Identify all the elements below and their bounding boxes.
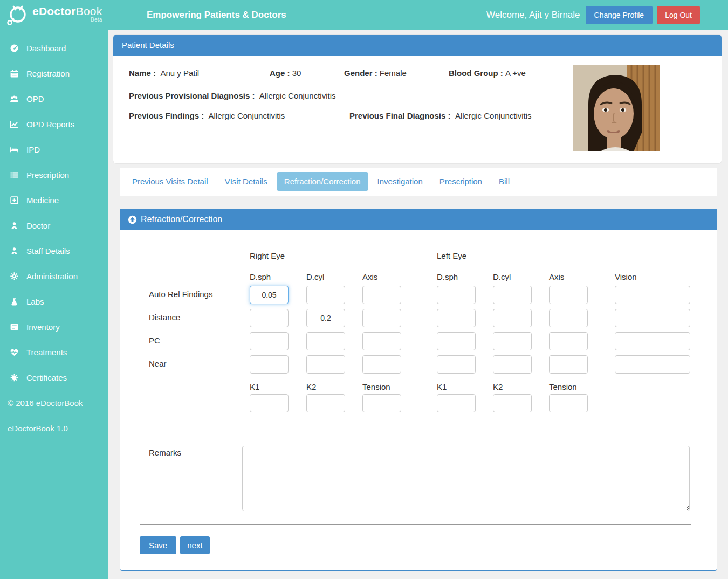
input-pc-right-dsph[interactable]: [250, 332, 289, 350]
sidebar-item-labs[interactable]: Labs: [0, 289, 108, 314]
input-autorel-right-dcyl[interactable]: [306, 286, 345, 304]
staff-icon: [10, 246, 19, 256]
input-pc-right-dcyl[interactable]: [306, 332, 345, 350]
tab-previous-visits-detail[interactable]: Previous Visits Detail: [125, 172, 216, 191]
logout-button[interactable]: Log Out: [657, 6, 700, 24]
input-distance-vision[interactable]: [615, 309, 690, 327]
input-distance-left-dcyl[interactable]: [493, 309, 532, 327]
input-pc-left-axis[interactable]: [549, 332, 588, 350]
input-distance-right-axis[interactable]: [362, 309, 401, 327]
input-autorel-left-axis[interactable]: [549, 286, 588, 304]
input-distance-left-dsph[interactable]: [437, 309, 476, 327]
sidebar-item-medicine[interactable]: Medicine: [0, 188, 108, 213]
input-right-tension[interactable]: [362, 394, 401, 412]
sidebar-item-inventory[interactable]: Inventory: [0, 314, 108, 340]
sidebar-item-treatments[interactable]: Treatments: [0, 340, 108, 365]
input-distance-right-dcyl[interactable]: [306, 309, 345, 327]
input-right-k2[interactable]: [306, 394, 345, 412]
input-near-right-dsph[interactable]: [250, 355, 289, 374]
vision-label: Vision: [615, 272, 690, 281]
input-autorel-right-dsph[interactable]: [250, 286, 289, 304]
brand-logo[interactable]: eDoctorBook Beta: [0, 0, 108, 30]
input-pc-right-axis[interactable]: [362, 332, 401, 350]
line-chart-icon: [10, 120, 19, 129]
sidebar-item-prescription[interactable]: Prescription: [0, 162, 108, 188]
sidebar-item-registration[interactable]: Registration: [0, 61, 108, 86]
input-autorel-right-axis[interactable]: [362, 286, 401, 304]
tab-investigation[interactable]: Investigation: [370, 172, 430, 191]
tab-prescription[interactable]: Prescription: [432, 172, 490, 191]
calendar-icon: [10, 69, 19, 78]
left-eye-header: Left Eye: [437, 251, 588, 260]
sidebar-item-staff-details[interactable]: Staff Details: [0, 238, 108, 264]
row-label-distance: Distance: [140, 309, 250, 322]
right-axis-label: Axis: [362, 272, 401, 281]
input-left-k2[interactable]: [493, 394, 532, 412]
input-distance-left-axis[interactable]: [549, 309, 588, 327]
input-near-right-axis[interactable]: [362, 355, 401, 374]
top-header: eDoctorBook Beta Empowering Patients & D…: [0, 0, 728, 30]
input-near-left-dsph[interactable]: [437, 355, 476, 374]
input-left-tension[interactable]: [549, 394, 588, 412]
remarks-label: Remarks: [140, 446, 242, 511]
input-near-vision[interactable]: [615, 355, 690, 374]
tab-bill[interactable]: Bill: [491, 172, 517, 191]
input-autorel-left-dcyl[interactable]: [493, 286, 532, 304]
input-pc-vision[interactable]: [615, 332, 690, 350]
change-profile-button[interactable]: Change Profile: [586, 6, 653, 24]
welcome-text: Welcome, Ajit y Birnale: [486, 10, 580, 20]
input-autorel-left-dsph[interactable]: [437, 286, 476, 304]
sidebar-item-opd-reports[interactable]: OPD Reports: [0, 112, 108, 137]
right-tension-label: Tension: [362, 382, 401, 391]
input-pc-left-dcyl[interactable]: [493, 332, 532, 350]
patient-blood-group: Blood Group : A +ve: [449, 68, 573, 78]
input-distance-right-dsph[interactable]: [250, 309, 289, 327]
sidebar-item-opd[interactable]: OPD: [0, 86, 108, 112]
right-k2-label: K2: [306, 382, 345, 391]
patient-gender: Gender : Female: [344, 68, 449, 78]
previous-findings: Previous Findings : Allergic Conjunctivi…: [129, 111, 349, 120]
input-near-left-axis[interactable]: [549, 355, 588, 374]
sidebar-item-ipd[interactable]: IPD: [0, 137, 108, 162]
save-button[interactable]: Save: [140, 536, 176, 554]
input-near-right-dcyl[interactable]: [306, 355, 345, 374]
remarks-textarea[interactable]: [242, 446, 690, 511]
right-dsph-label: D.sph: [250, 272, 289, 281]
section-divider-bottom: [140, 524, 691, 525]
left-axis-label: Axis: [549, 272, 588, 281]
input-near-left-dcyl[interactable]: [493, 355, 532, 374]
patient-name: Name : Anu y Patil: [129, 68, 270, 78]
sidebar-item-doctor[interactable]: Doctor: [0, 213, 108, 238]
row-label-auto-rel-findings: Auto Rel Findings: [140, 286, 250, 299]
app-tagline: Empowering Patients & Doctors: [147, 10, 286, 20]
sidebar-item-administration[interactable]: Administration: [0, 264, 108, 289]
right-k1-label: K1: [250, 382, 289, 391]
patient-photo: [573, 65, 660, 151]
heartbeat-icon: [10, 348, 19, 357]
input-pc-left-dsph[interactable]: [437, 332, 476, 350]
arrow-circle-up-icon[interactable]: [128, 215, 137, 224]
stethoscope-icon: [5, 3, 29, 27]
tab-refraction-correction[interactable]: Refraction/Correction: [277, 172, 368, 191]
input-right-k1[interactable]: [250, 394, 289, 412]
flask-icon: [10, 297, 19, 306]
next-button[interactable]: next: [180, 536, 209, 554]
sidebar-item-certificates[interactable]: Certificates: [0, 365, 108, 390]
dashboard-icon: [10, 44, 19, 53]
left-k2-label: K2: [493, 382, 532, 391]
sidebar-nav: Dashboard Registration OPD OPD Reports I…: [0, 30, 108, 579]
certificate-icon: [10, 373, 19, 382]
right-eye-header: Right Eye: [250, 251, 401, 260]
section-divider-top: [140, 433, 691, 433]
tab-visit-details[interactable]: VIsit Details: [217, 172, 275, 191]
previous-provisional-diagnosis: Previous Provisional Diagnosis : Allergi…: [129, 91, 573, 100]
input-autorel-vision[interactable]: [615, 286, 690, 304]
sidebar-item-dashboard[interactable]: Dashboard: [0, 36, 108, 61]
bed-icon: [10, 145, 19, 154]
visit-tabs: Previous Visits Detail VIsit Details Ref…: [120, 168, 717, 196]
row-label-near: Near: [140, 355, 250, 368]
left-dsph-label: D.sph: [437, 272, 476, 281]
main-content: Patient Details Name : Anu y Patil Age :…: [108, 30, 728, 579]
users-icon: [10, 94, 19, 104]
input-left-k1[interactable]: [437, 394, 476, 412]
